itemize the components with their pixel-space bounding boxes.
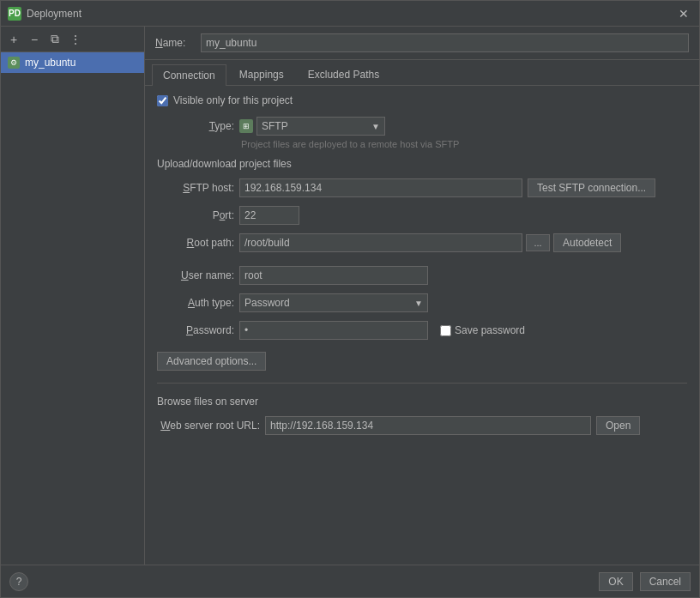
sidebar-toolbar: + − ⧉ ⋮ [1,27,144,52]
type-label: Type: [157,120,234,132]
user-name-label: User name: [157,269,234,281]
cancel-button[interactable]: Cancel [640,572,691,591]
name-label: Name: [155,37,194,49]
copy-server-button[interactable]: ⧉ [45,30,64,49]
visible-only-checkbox[interactable] [157,95,168,106]
visible-only-row: Visible only for this project [157,94,687,106]
window-title: Deployment [27,8,675,20]
web-server-url-label: Web server root URL: [157,420,260,432]
tab-mappings[interactable]: Mappings [228,63,295,85]
port-input[interactable] [239,206,299,225]
browse-section-title: Browse files on server [157,396,687,408]
password-label: Password: [157,324,234,336]
name-row: Name: [145,27,699,60]
upload-section-title: Upload/download project files [157,158,687,170]
sftp-icon: ⊞ [239,119,253,133]
panel: Name: Connection Mappings Excluded Paths… [145,27,699,565]
advanced-options-button[interactable]: Advanced options... [157,352,266,371]
root-path-input[interactable] [239,233,522,252]
password-wrapper: Save password [239,321,525,340]
password-input[interactable] [239,321,428,340]
name-input[interactable] [201,33,689,52]
move-server-button[interactable]: ⋮ [66,30,85,49]
sidebar-item-label: my_ubuntu [25,57,75,69]
visible-only-label: Visible only for this project [173,94,293,106]
auth-type-value: Password [244,297,411,309]
help-button[interactable]: ? [9,572,28,591]
tabs: Connection Mappings Excluded Paths [145,60,699,86]
type-select-wrapper: ⊞ SFTP ▼ [239,117,385,136]
user-name-input[interactable] [239,266,428,285]
tab-connection[interactable]: Connection [152,64,226,86]
type-dropdown[interactable]: SFTP ▼ [256,117,385,136]
bottom-right-buttons: OK Cancel [599,572,691,591]
bottom-bar: ? OK Cancel [1,565,699,597]
open-button[interactable]: Open [596,416,640,435]
section-divider [157,383,687,384]
auth-type-label: Auth type: [157,297,234,309]
port-label: Port: [157,209,234,221]
port-row: Port: [157,206,687,225]
save-password-checkbox[interactable] [440,325,451,336]
root-path-label: Root path: [157,237,234,249]
type-value: SFTP [262,120,368,132]
web-server-url-row: Web server root URL: Open [157,416,687,435]
save-password-label: Save password [455,324,525,336]
autodetect-button[interactable]: Autodetect [553,233,621,252]
app-icon: PD [8,7,21,21]
auth-dropdown-arrow-icon: ▼ [414,299,423,308]
deployment-window: PD Deployment ✕ + − ⧉ ⋮ ⚙ my_ubuntu Name… [0,0,700,598]
password-row: Password: Save password [157,321,687,340]
save-password-row: Save password [440,324,525,336]
connection-tab-content: Visible only for this project Type: ⊞ SF… [145,86,699,565]
sidebar: + − ⧉ ⋮ ⚙ my_ubuntu [1,27,145,565]
user-name-row: User name: [157,266,687,285]
auth-type-dropdown[interactable]: Password ▼ [239,293,428,312]
sidebar-item-my-ubuntu[interactable]: ⚙ my_ubuntu [1,52,144,73]
test-sftp-button[interactable]: Test SFTP connection... [528,178,655,197]
sftp-host-label: SFTP host: [157,182,234,194]
server-icon: ⚙ [8,57,20,69]
tab-excluded-paths[interactable]: Excluded Paths [297,63,390,85]
close-button[interactable]: ✕ [675,5,692,22]
type-row: Type: ⊞ SFTP ▼ [157,117,687,136]
root-path-row: Root path: ... Autodetect [157,233,687,252]
web-server-url-input[interactable] [265,416,591,435]
sftp-host-input[interactable] [239,178,522,197]
ok-button[interactable]: OK [599,572,632,591]
main-content: + − ⧉ ⋮ ⚙ my_ubuntu Name: Connection Map… [1,27,699,565]
remove-server-button[interactable]: − [25,30,44,49]
dropdown-arrow-icon: ▼ [371,122,380,131]
title-bar: PD Deployment ✕ [1,1,699,27]
type-hint: Project files are deployed to a remote h… [241,139,687,149]
sftp-host-row: SFTP host: Test SFTP connection... [157,178,687,197]
root-path-browse-button[interactable]: ... [526,234,550,251]
add-server-button[interactable]: + [4,30,23,49]
auth-type-row: Auth type: Password ▼ [157,293,687,312]
root-path-controls: ... Autodetect [239,233,621,252]
